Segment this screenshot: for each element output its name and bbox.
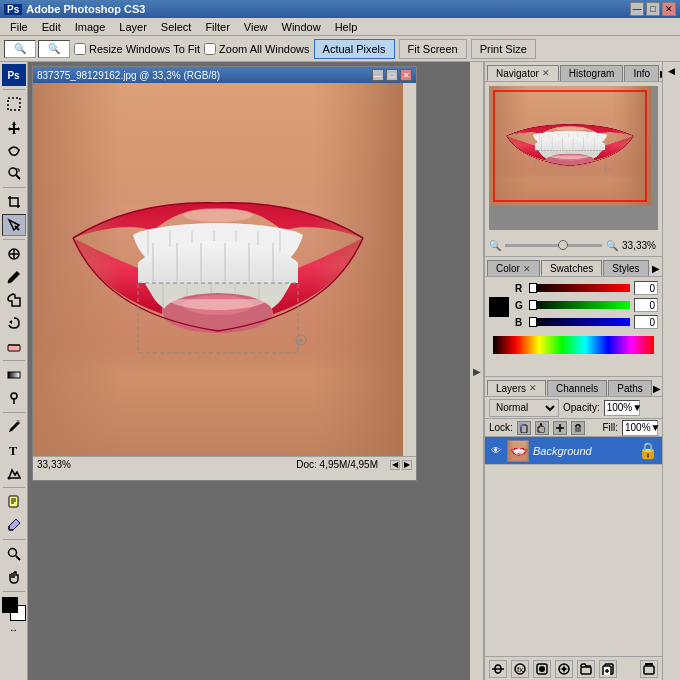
lock-transparent-icon[interactable]: [517, 421, 531, 435]
menu-window[interactable]: Window: [276, 20, 327, 34]
menu-view[interactable]: View: [238, 20, 274, 34]
layer-row-background[interactable]: 👁 Background 🔒: [485, 437, 662, 465]
tab-styles[interactable]: Styles: [603, 260, 648, 276]
green-slider[interactable]: [529, 301, 630, 309]
new-layer-btn[interactable]: [599, 660, 617, 678]
red-thumb[interactable]: [529, 283, 537, 293]
tab-navigator[interactable]: Navigator ✕: [487, 65, 559, 81]
resize-checkbox[interactable]: Resize Windows To Fit: [74, 43, 200, 55]
color-spectrum-bar[interactable]: [493, 336, 654, 354]
lock-image-icon[interactable]: [535, 421, 549, 435]
tool-notes[interactable]: [2, 491, 26, 513]
tool-eyedropper[interactable]: [2, 514, 26, 536]
delete-layer-btn[interactable]: [640, 660, 658, 678]
expand-arrow[interactable]: ◀: [665, 64, 679, 78]
zoom-slider[interactable]: [505, 244, 602, 247]
color-tab-close[interactable]: ✕: [523, 264, 531, 274]
menu-image[interactable]: Image: [69, 20, 112, 34]
tab-paths[interactable]: Paths: [608, 380, 652, 396]
color-panel-options[interactable]: ▶: [652, 263, 660, 274]
lock-all-icon[interactable]: [571, 421, 585, 435]
foreground-color[interactable]: [2, 597, 18, 613]
doc-maximize[interactable]: □: [386, 69, 398, 81]
opacity-value[interactable]: 100% ▼: [604, 400, 640, 416]
tool-healing[interactable]: [2, 243, 26, 265]
blue-slider[interactable]: [529, 318, 630, 326]
menu-edit[interactable]: Edit: [36, 20, 67, 34]
blue-thumb[interactable]: [529, 317, 537, 327]
doc-close[interactable]: ✕: [400, 69, 412, 81]
menu-layer[interactable]: Layer: [113, 20, 153, 34]
tool-stamp[interactable]: [2, 289, 26, 311]
tool-dodge[interactable]: [2, 387, 26, 409]
layers-tab-close[interactable]: ✕: [529, 383, 537, 393]
tool-pen[interactable]: [2, 416, 26, 438]
tool-eraser[interactable]: [2, 335, 26, 357]
tool-quick-select[interactable]: [2, 162, 26, 184]
green-thumb[interactable]: [529, 300, 537, 310]
close-button[interactable]: ✕: [662, 2, 676, 16]
menu-filter[interactable]: Filter: [199, 20, 235, 34]
tool-brush[interactable]: [2, 266, 26, 288]
tab-color[interactable]: Color ✕: [487, 260, 540, 276]
layer-visibility-eye[interactable]: 👁: [489, 444, 503, 458]
tab-layers[interactable]: Layers ✕: [487, 380, 546, 396]
fill-value[interactable]: 100% ▼: [622, 420, 658, 436]
layer-lock-icon: 🔒: [638, 441, 658, 460]
add-style-btn[interactable]: fx: [511, 660, 529, 678]
fit-screen-button[interactable]: Fit Screen: [399, 39, 467, 59]
maximize-button[interactable]: □: [646, 2, 660, 16]
layers-panel-options[interactable]: ▶: [653, 383, 661, 394]
tool-lasso[interactable]: [2, 139, 26, 161]
panel-collapse-arrow[interactable]: ▶: [470, 62, 484, 680]
zoom-all-check-input[interactable]: [204, 43, 216, 55]
red-value[interactable]: 0: [634, 281, 658, 295]
tab-channels[interactable]: Channels: [547, 380, 607, 396]
zoom-all-checkbox[interactable]: Zoom All Windows: [204, 43, 309, 55]
navigator-panel: Navigator ✕ Histogram Info ▶ 🔍: [485, 62, 662, 257]
tool-path-select[interactable]: [2, 462, 26, 484]
actual-pixels-button[interactable]: Actual Pixels: [314, 39, 395, 59]
doc-scroll-left[interactable]: ◀: [390, 460, 400, 470]
new-fill-adj-btn[interactable]: [555, 660, 573, 678]
main-area: Ps: [0, 62, 680, 680]
tool-hand[interactable]: [2, 566, 26, 588]
zoom-out-icon[interactable]: 🔍: [489, 240, 501, 251]
switch-colors[interactable]: ↔: [3, 622, 25, 638]
menu-select[interactable]: Select: [155, 20, 198, 34]
foreground-color-swatch[interactable]: [489, 297, 509, 317]
blend-mode-select[interactable]: Normal Multiply Screen: [489, 399, 559, 417]
svg-point-34: [539, 666, 545, 672]
tool-marquee[interactable]: [2, 93, 26, 115]
link-layers-btn[interactable]: [489, 660, 507, 678]
zoom-thumb[interactable]: [558, 240, 568, 250]
tool-type[interactable]: T: [2, 439, 26, 461]
red-slider[interactable]: [529, 284, 630, 292]
add-mask-btn[interactable]: [533, 660, 551, 678]
navigator-tab-close[interactable]: ✕: [542, 68, 550, 78]
tool-zoom[interactable]: [2, 543, 26, 565]
tool-gradient[interactable]: [2, 364, 26, 386]
menu-file[interactable]: File: [4, 20, 34, 34]
new-group-btn[interactable]: [577, 660, 595, 678]
tab-histogram[interactable]: Histogram: [560, 65, 624, 81]
lock-position-icon[interactable]: [553, 421, 567, 435]
tool-slice[interactable]: [2, 214, 26, 236]
tool-history[interactable]: [2, 312, 26, 334]
print-size-button[interactable]: Print Size: [471, 39, 536, 59]
layer-name[interactable]: Background: [533, 445, 592, 457]
tool-crop[interactable]: [2, 191, 26, 213]
zoom-in-icon[interactable]: 🔍: [606, 240, 618, 251]
doc-scroll-right[interactable]: ▶: [402, 460, 412, 470]
minimize-button[interactable]: —: [630, 2, 644, 16]
tab-info[interactable]: Info: [624, 65, 659, 81]
document-canvas[interactable]: [33, 83, 403, 456]
layers-lock-bar: Lock: Fill: 100% ▼: [485, 419, 662, 437]
green-value[interactable]: 0: [634, 298, 658, 312]
menu-help[interactable]: Help: [329, 20, 364, 34]
resize-check-input[interactable]: [74, 43, 86, 55]
doc-minimize[interactable]: —: [372, 69, 384, 81]
tab-swatches[interactable]: Swatches: [541, 260, 602, 276]
tool-move[interactable]: [2, 116, 26, 138]
blue-value[interactable]: 0: [634, 315, 658, 329]
